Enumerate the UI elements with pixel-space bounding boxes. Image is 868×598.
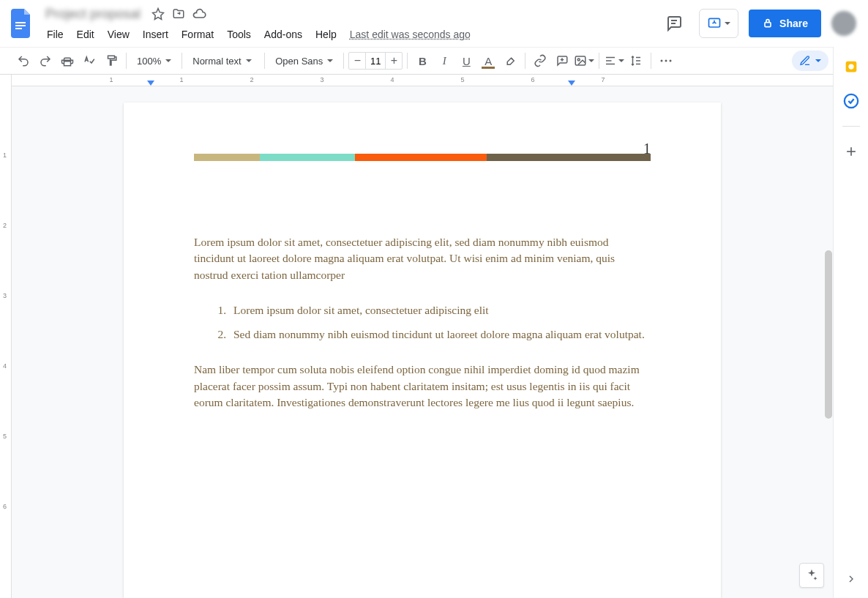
app-header: Project proposal File Edit View Insert F… [0,0,868,47]
highlight-button[interactable] [500,51,520,71]
menu-bar: File Edit View Insert Format Tools Add-o… [41,26,476,43]
paint-format-button[interactable] [101,51,121,71]
toolbar-separator [407,53,408,69]
font-size-control: − + [348,52,403,70]
insert-image-button[interactable] [574,51,594,71]
header-decoration [194,154,651,161]
tasks-icon[interactable] [842,92,860,110]
font-size-increase-button[interactable]: + [386,53,402,69]
docs-logo[interactable] [7,9,37,38]
undo-button[interactable] [13,51,34,71]
paragraph-style-dropdown[interactable]: Normal text [187,51,260,71]
editing-mode-button[interactable] [792,51,828,71]
underline-button[interactable]: U [456,51,476,71]
text-color-swatch [482,67,495,69]
menu-help[interactable]: Help [310,26,343,43]
font-size-input[interactable] [365,53,386,69]
cloud-status-icon[interactable] [192,7,206,21]
list-item[interactable]: Lorem ipsum dolor sit amet, consectetuer… [229,301,651,320]
ruler-tick: 7 [601,76,605,83]
explore-button[interactable] [799,563,824,588]
svg-point-20 [670,60,672,62]
redo-button[interactable] [35,51,56,71]
spellcheck-button[interactable] [79,51,100,71]
menu-format[interactable]: Format [176,26,220,43]
more-tools-button[interactable] [656,51,676,71]
menu-view[interactable]: View [102,26,135,43]
menu-edit[interactable]: Edit [71,26,100,43]
account-avatar[interactable] [831,11,856,36]
numbered-list[interactable]: Lorem ipsum dolor sit amet, consectetuer… [194,301,651,344]
insert-link-button[interactable] [530,51,550,71]
list-item[interactable]: Sed diam nonummy nibh euismod tincidunt … [229,325,651,344]
font-size-decrease-button[interactable]: − [349,53,365,69]
present-button[interactable] [699,9,738,38]
zoom-dropdown[interactable]: 100% [131,51,177,71]
title-area: Project proposal File Edit View Insert F… [41,4,476,43]
svg-rect-0 [15,22,26,23]
svg-rect-7 [64,61,71,66]
document-scroll-area[interactable]: 1 1 2 3 4 5 6 7 1 Lorem ipsum dolor sit … [12,75,833,598]
toolbar-separator [264,53,265,69]
ruler-tick: 3 [320,76,323,83]
vertical-ruler[interactable]: 1 2 3 4 5 6 [0,75,12,598]
side-panel [833,47,868,598]
workspace: 1 2 3 4 5 6 1 1 2 3 4 5 6 7 1 Lorem ipsu… [0,75,833,598]
caret-down-icon [327,59,333,62]
move-icon[interactable] [171,7,186,21]
menu-tools[interactable]: Tools [221,26,257,43]
toolbar-separator [599,53,599,69]
caret-down-icon [246,59,252,62]
ruler-tick: 2 [250,76,253,83]
caret-down-icon [618,59,624,62]
toolbar: 100% Normal text Open Sans − + B I U A [0,47,868,75]
body-paragraph[interactable]: Nam liber tempor cum soluta nobis eleife… [194,362,651,411]
ruler-tick: 3 [3,292,7,299]
insert-comment-button[interactable] [552,51,572,71]
ruler-tick: 1 [3,152,7,159]
hide-side-panel-button[interactable] [842,570,860,588]
font-family-value: Open Sans [275,56,323,67]
line-spacing-button[interactable] [626,51,646,71]
document-page[interactable]: 1 Lorem ipsum dolor sit amet, consectetu… [124,102,721,598]
horizontal-ruler[interactable]: 1 1 2 3 4 5 6 7 [12,75,833,86]
comments-history-icon[interactable] [659,9,689,38]
scrollbar-thumb[interactable] [825,250,832,419]
svg-point-18 [661,60,663,62]
body-paragraph[interactable]: Lorem ipsum dolor sit amet, consectetuer… [194,234,651,283]
svg-point-22 [848,64,853,69]
menu-file[interactable]: File [41,26,70,43]
share-button[interactable]: Share [749,10,821,37]
side-panel-separator [842,126,860,127]
bold-button[interactable]: B [412,51,433,71]
last-edit-link[interactable]: Last edit was seconds ago [344,26,476,43]
italic-button[interactable]: I [434,51,454,71]
share-button-label: Share [779,18,808,29]
keep-icon[interactable] [842,59,860,76]
align-button[interactable] [604,51,624,71]
caret-down-icon [725,22,730,25]
caret-down-icon [588,59,594,62]
print-button[interactable] [57,51,78,71]
ruler-tick: 6 [3,503,7,510]
star-icon[interactable] [151,7,165,21]
menu-addons[interactable]: Add-ons [258,26,308,43]
caret-down-icon [165,59,171,62]
ruler-tick: 4 [390,76,394,83]
text-color-button[interactable]: A [478,51,498,71]
document-title[interactable]: Project proposal [41,7,145,22]
ruler-tick: 1 [109,76,113,83]
indent-marker-right[interactable] [568,81,575,86]
indent-marker-left[interactable] [147,81,154,86]
toolbar-separator [343,53,344,69]
svg-rect-6 [765,23,771,27]
paragraph-style-value: Normal text [192,56,241,67]
toolbar-separator [651,53,651,69]
font-family-dropdown[interactable]: Open Sans [269,51,339,71]
caret-down-icon [815,59,821,62]
toolbar-separator [182,53,182,69]
toolbar-separator [126,53,127,69]
get-addons-icon[interactable] [842,143,860,160]
ruler-tick: 4 [3,362,7,370]
menu-insert[interactable]: Insert [137,26,174,43]
